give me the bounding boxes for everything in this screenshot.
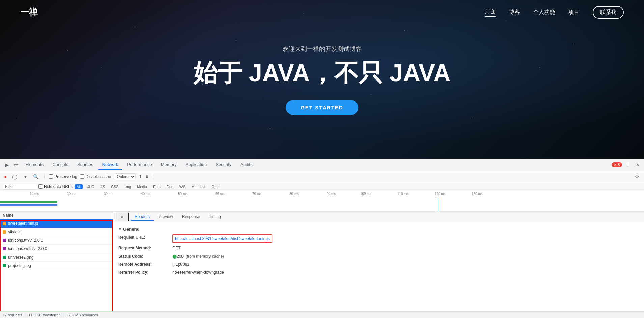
file-item-4[interactable]: universe2.png <box>0 253 113 262</box>
timeline-mark-70: 70 ms <box>252 192 261 196</box>
request-url-value[interactable]: http://localhost:8081/sweetalert/dist/sw… <box>172 234 272 243</box>
filter-media-button[interactable]: Media <box>135 184 149 189</box>
filter-css-button[interactable]: CSS <box>109 184 121 189</box>
filter-input[interactable] <box>3 184 36 190</box>
more-options-icon[interactable]: ⋮ <box>623 160 633 169</box>
nav-link-fengmian[interactable]: 封面 <box>485 8 496 17</box>
file-item-5[interactable]: projects.jpeg <box>0 262 113 270</box>
export-button[interactable]: ⬇ <box>145 174 149 179</box>
filter-all-button[interactable]: All <box>75 184 83 189</box>
clear-button[interactable]: ◯ <box>11 173 19 180</box>
network-toolbar: ● ◯ ▼ 🔍 Preserve log Disable cache Onlin… <box>0 171 644 182</box>
general-section-title: ▼ General <box>118 227 639 232</box>
details-tab-preview[interactable]: Preview <box>155 213 177 221</box>
devtools-right-actions: ✕ 8 ⋮ × <box>612 160 641 169</box>
details-tab-response[interactable]: Response <box>178 213 204 221</box>
filter-doc-button[interactable]: Doc <box>165 184 175 189</box>
file-name-5: projects.jpeg <box>8 263 31 268</box>
tab-console[interactable]: Console <box>48 160 73 170</box>
toolbar-sep-1 <box>44 174 45 179</box>
timeline-ruler: 10 ms 20 ms 30 ms 40 ms 50 ms 60 ms 70 m… <box>0 191 644 198</box>
tab-memory[interactable]: Memory <box>157 160 181 170</box>
filter-icon-button[interactable]: ▼ <box>22 173 29 180</box>
contact-button[interactable]: 联系我 <box>593 6 624 19</box>
disable-cache-checkbox[interactable] <box>80 174 84 179</box>
tab-security[interactable]: Security <box>212 160 235 170</box>
details-tab-bar: ✕ Headers Preview Response Timing <box>113 212 644 222</box>
tab-elements[interactable]: Elements <box>21 160 48 170</box>
hide-data-urls-label[interactable]: Hide data URLs <box>38 184 73 189</box>
tab-network[interactable]: Network <box>98 160 122 170</box>
search-button[interactable]: 🔍 <box>32 173 40 180</box>
disable-cache-label[interactable]: Disable cache <box>80 174 111 179</box>
file-name-4: universe2.png <box>8 255 33 260</box>
file-icon-js-1 <box>3 230 6 234</box>
tab-audits[interactable]: Audits <box>236 160 256 170</box>
resources-size: 12.2 MB resources <box>67 313 98 317</box>
file-name-3: ionicons.woff?v=2.0.0 <box>8 246 47 251</box>
devtools-panel: ▶ ▭ Elements Console Sources Network Per… <box>0 159 644 318</box>
request-url-label: Request URL: <box>118 234 172 243</box>
filter-font-button[interactable]: Font <box>151 184 163 189</box>
hide-data-urls-checkbox[interactable] <box>38 184 43 189</box>
file-item-1[interactable]: stisla.js <box>0 228 113 236</box>
status-note-value: (from memory cache) <box>186 253 224 259</box>
request-method-row: Request Method: GET <box>118 245 639 251</box>
timeline-mark-30: 30 ms <box>104 192 113 196</box>
hero-subtitle: 欢迎来到一禅的开发测试博客 <box>0 45 644 53</box>
tab-application[interactable]: Application <box>181 160 211 170</box>
file-name-0: sweetalert.min.js <box>8 221 38 226</box>
filter-js-button[interactable]: JS <box>99 184 107 189</box>
triangle-icon: ▼ <box>118 227 122 231</box>
file-item-0[interactable]: sweetalert.min.js <box>0 219 113 228</box>
record-button[interactable]: ● <box>3 173 8 180</box>
preserve-log-checkbox[interactable] <box>49 174 53 179</box>
hero-title: 始于 JAVA，不只 JAVA <box>0 60 644 86</box>
timeline-mark-90: 90 ms <box>327 192 336 196</box>
timeline-mark-40: 40 ms <box>141 192 150 196</box>
nav-link-boke[interactable]: 博客 <box>509 9 520 16</box>
status-code-value: 200 <box>177 253 184 259</box>
timeline-bar-green <box>0 201 57 203</box>
details-close-button[interactable]: ✕ <box>116 213 129 221</box>
file-item-3[interactable]: ionicons.woff?v=2.0.0 <box>0 245 113 253</box>
nav-link-xiangmu[interactable]: 项目 <box>568 9 579 16</box>
devtools-tab-bar: ▶ ▭ Elements Console Sources Network Per… <box>0 159 644 171</box>
timeline-mark-130: 130 ms <box>472 192 483 196</box>
filter-xhr-button[interactable]: XHR <box>85 184 96 189</box>
file-icon-img-0 <box>3 256 6 259</box>
toolbar-sep-2 <box>153 174 153 179</box>
nav-link-gerengongneng[interactable]: 个人功能 <box>533 9 555 16</box>
file-list-scroll[interactable]: sweetalert.min.js stisla.js ionicons.ttf… <box>0 219 113 311</box>
tab-sources[interactable]: Sources <box>73 160 97 170</box>
details-tab-timing[interactable]: Timing <box>205 213 225 221</box>
timeline-mark-120: 120 ms <box>435 192 446 196</box>
filter-other-button[interactable]: Other <box>209 184 223 189</box>
nav-links: 封面 博客 个人功能 项目 联系我 <box>485 6 624 19</box>
request-method-value: GET <box>172 245 181 251</box>
filter-img-button[interactable]: Img <box>123 184 133 189</box>
tab-performance[interactable]: Performance <box>123 160 156 170</box>
get-started-button[interactable]: GET STARTED <box>286 100 358 115</box>
filter-manifest-button[interactable]: Manifest <box>189 184 207 189</box>
preserve-log-label[interactable]: Preserve log <box>49 174 77 179</box>
settings-icon[interactable]: ⚙ <box>633 172 641 181</box>
import-button[interactable]: ⬆ <box>138 174 142 179</box>
request-method-label: Request Method: <box>118 245 172 251</box>
status-bar: 17 requests | 11.9 KB transferred | 12.2… <box>0 311 644 318</box>
throttle-select[interactable]: Online <box>114 173 136 180</box>
request-url-row: Request URL: http://localhost:8081/sweet… <box>118 234 639 243</box>
close-devtools-icon[interactable]: × <box>634 161 641 169</box>
filter-ws-button[interactable]: WS <box>177 184 188 189</box>
referrer-policy-row: Referrer Policy: no-referrer-when-downgr… <box>118 269 639 275</box>
timeline-mark-50: 50 ms <box>178 192 187 196</box>
file-item-2[interactable]: ionicons.ttf?v=2.0.0 <box>0 236 113 245</box>
error-badge: ✕ 8 <box>612 162 622 167</box>
details-tab-headers[interactable]: Headers <box>131 213 154 221</box>
details-content: ▼ General Request URL: http://localhost:… <box>113 222 644 311</box>
status-dot: ⬤ <box>172 253 177 259</box>
devtools-cursor-icon[interactable]: ▶ <box>3 160 11 169</box>
timeline-mark-110: 110 ms <box>397 192 409 196</box>
network-content: Name sweetalert.min.js stisla.js ionicon… <box>0 212 644 311</box>
devtools-device-icon[interactable]: ▭ <box>11 160 21 169</box>
